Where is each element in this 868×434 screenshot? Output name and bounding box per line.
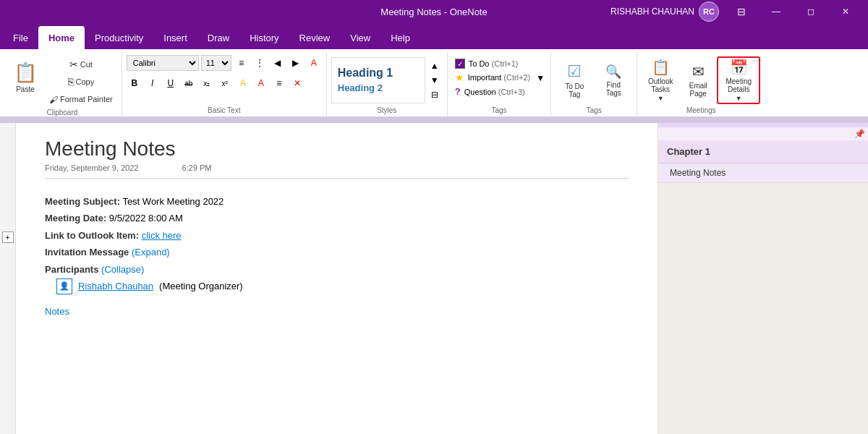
highlight-button[interactable]: A <box>235 75 251 91</box>
page-date: Friday, September 9, 2022 <box>45 163 138 172</box>
invitation-expand[interactable]: (Expand) <box>132 247 170 258</box>
left-margin: + <box>0 123 16 434</box>
format-painter-label: Format Painter <box>60 95 113 103</box>
close-btn[interactable]: ✕ <box>829 0 862 23</box>
subscript-button[interactable]: x₂ <box>199 75 215 91</box>
outlook-tasks-label: OutlookTasks <box>648 77 673 93</box>
format-painter-button[interactable]: Format Painter <box>45 91 117 107</box>
paste-icon: 📋 <box>14 61 37 84</box>
heading2-style[interactable]: Heading 2 <box>338 81 419 95</box>
clipboard-content: 📋 Paste Cut Copy Format Painter <box>7 52 117 107</box>
important-label: Important (Ctrl+2) <box>468 73 531 82</box>
star-icon: ★ <box>455 72 464 83</box>
styles-scroll-down[interactable]: ▼ <box>427 73 443 88</box>
meeting-details-icon: 📅 <box>730 59 748 76</box>
todo-tag-label: To DoTag <box>565 82 584 98</box>
font-family-select[interactable]: Calibri <box>127 55 199 71</box>
cut-label: Cut <box>80 60 93 69</box>
avatar[interactable]: RC <box>699 1 719 22</box>
restore-btn[interactable]: ◻ <box>794 0 827 23</box>
bold-button[interactable]: B <box>127 75 142 91</box>
tab-insert[interactable]: Insert <box>153 26 197 49</box>
tab-review[interactable]: Review <box>289 26 341 49</box>
invitation-label: Invitation Message <box>45 247 129 258</box>
format-row: B I U ab x₂ x² A A ≡ ✕ <box>127 75 305 91</box>
styles-content: Heading 1 Heading 2 ▲ ▼ ⊟ <box>331 52 443 105</box>
main-area: + Meeting Notes Friday, September 9, 202… <box>0 123 868 434</box>
tags-content: ✓ To Do (Ctrl+1) ★ Important (Ctrl+2) ? … <box>452 52 547 105</box>
copy-label: Copy <box>76 77 95 86</box>
tab-productivity[interactable]: Productivity <box>85 26 153 49</box>
participants-row: Participants (Collapse) <box>45 261 629 278</box>
outlook-link[interactable]: click here <box>142 230 182 241</box>
meetings-content: 📋 OutlookTasks ▼ ✉ EmailPage 📅 MeetingDe… <box>642 52 760 105</box>
sidebar-content-area <box>658 183 868 434</box>
email-page-button[interactable]: ✉ EmailPage <box>681 57 715 103</box>
todo-tag-button[interactable]: ☑ To DoTag <box>556 57 593 103</box>
heading1-style[interactable]: Heading 1 <box>338 65 419 81</box>
find-tags-button[interactable]: 🔍 FindTags <box>595 57 632 103</box>
subject-label: Meeting Subject: <box>45 196 120 207</box>
ribbon-display-btn[interactable]: ⊟ <box>725 0 758 23</box>
styles-label: Styles <box>331 105 443 116</box>
pin-button[interactable]: 📌 <box>854 129 865 139</box>
clear-format-button[interactable]: A <box>306 55 322 71</box>
meeting-date-label: Meeting Date: <box>45 213 106 224</box>
participants-collapse[interactable]: (Collapse) <box>101 264 144 275</box>
participant-name[interactable]: Rishabh Chauhan <box>78 278 153 294</box>
tab-draw[interactable]: Draw <box>197 26 239 49</box>
notes-label[interactable]: Notes <box>45 306 629 317</box>
font-size-select[interactable]: 11 <box>201 55 231 71</box>
paste-label: Paste <box>16 85 35 93</box>
underline-button[interactable]: U <box>163 75 179 91</box>
tags-actions-label: Tags <box>556 105 632 116</box>
window-title: Meeting Notes - OneNote <box>380 7 487 17</box>
clear-button[interactable]: ✕ <box>289 75 305 91</box>
align-button[interactable]: ≡ <box>271 75 287 91</box>
outlook-tasks-icon: 📋 <box>652 59 670 76</box>
indent-decrease-button[interactable]: ◀ <box>270 55 286 71</box>
styles-group: Heading 1 Heading 2 ▲ ▼ ⊟ Styles <box>327 52 448 116</box>
paste-button[interactable]: 📋 Paste <box>7 58 43 104</box>
clipboard-label: Clipboard <box>7 107 117 119</box>
format-painter-icon <box>49 94 58 104</box>
tab-view[interactable]: View <box>340 26 380 49</box>
participant-row: 👤 Rishabh Chauhan (Meeting Organizer) <box>45 278 629 294</box>
styles-scroll: ▲ ▼ ⊟ <box>427 57 443 103</box>
tab-history[interactable]: History <box>239 26 289 49</box>
email-page-icon: ✉ <box>692 63 705 80</box>
indent-increase-button[interactable]: ▶ <box>288 55 304 71</box>
font-color-button[interactable]: A <box>253 75 269 91</box>
numbered-list-button[interactable]: ⋮ <box>252 55 268 71</box>
tab-home[interactable]: Home <box>38 26 85 49</box>
user-name: RISHABH CHAUHAN <box>610 7 694 17</box>
question-tag-item[interactable]: ? Question (Ctrl+3) <box>452 85 534 98</box>
sidebar-pin: 📌 <box>658 127 868 140</box>
expand-button[interactable]: + <box>2 231 14 243</box>
bullet-list-button[interactable]: ≡ <box>234 55 250 71</box>
todo-checkbox: ✓ <box>455 59 465 69</box>
sidebar-page-item[interactable]: Meeting Notes <box>658 163 868 183</box>
minimize-btn[interactable]: — <box>760 0 793 23</box>
todo-tag-item[interactable]: ✓ To Do (Ctrl+1) <box>452 58 534 69</box>
person-icon[interactable]: 👤 <box>56 278 72 294</box>
outlook-tasks-button[interactable]: 📋 OutlookTasks ▼ <box>642 57 679 103</box>
tags-more-button[interactable]: ▼ <box>535 55 546 101</box>
cut-button[interactable]: Cut <box>45 56 117 72</box>
superscript-button[interactable]: x² <box>217 75 233 91</box>
important-tag-item[interactable]: ★ Important (Ctrl+2) <box>452 71 534 84</box>
styles-scroll-up[interactable]: ▲ <box>427 59 443 73</box>
todo-tag-icon: ☑ <box>567 62 582 81</box>
link-label: Link to Outlook Item: <box>45 230 139 241</box>
styles-list[interactable]: Heading 1 Heading 2 <box>331 57 425 103</box>
todo-find-group: ☑ To DoTag 🔍 FindTags Tags <box>551 52 637 116</box>
styles-dropdown[interactable]: ⊟ <box>427 88 443 102</box>
strikethrough-button[interactable]: ab <box>181 75 197 91</box>
tab-help[interactable]: Help <box>380 26 420 49</box>
meeting-details-button[interactable]: 📅 MeetingDetails ▼ <box>717 56 760 104</box>
italic-button[interactable]: I <box>145 75 161 91</box>
todo-find-content: ☑ To DoTag 🔍 FindTags <box>556 52 632 105</box>
tab-file[interactable]: File <box>3 26 38 49</box>
copy-button[interactable]: Copy <box>45 74 117 90</box>
page-meta: Friday, September 9, 2022 6:29 PM <box>45 163 629 179</box>
